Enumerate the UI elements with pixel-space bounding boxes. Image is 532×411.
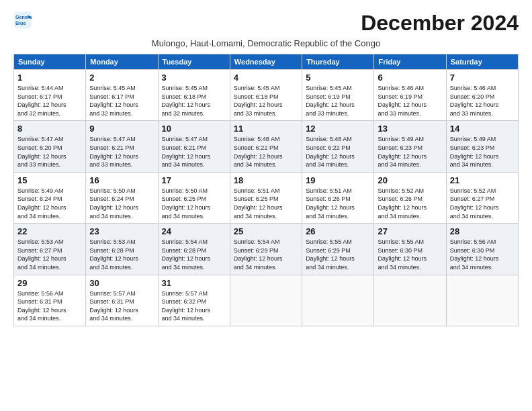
calendar-cell: 22Sunrise: 5:53 AMSunset: 6:27 PMDayligh… bbox=[14, 224, 86, 275]
calendar-cell bbox=[230, 275, 302, 326]
day-number: 12 bbox=[306, 124, 370, 134]
calendar-cell: 6Sunrise: 5:46 AMSunset: 6:19 PMDaylight… bbox=[374, 70, 446, 121]
calendar-subtitle: Mulongo, Haut-Lomami, Democratic Republi… bbox=[13, 38, 519, 48]
calendar-cell: 5Sunrise: 5:45 AMSunset: 6:19 PMDaylight… bbox=[302, 70, 374, 121]
day-info: Sunrise: 5:48 AMSunset: 6:22 PMDaylight:… bbox=[234, 135, 298, 169]
calendar-week-3: 15Sunrise: 5:49 AMSunset: 6:24 PMDayligh… bbox=[14, 172, 519, 223]
day-info: Sunrise: 5:54 AMSunset: 6:29 PMDaylight:… bbox=[234, 238, 298, 271]
day-info: Sunrise: 5:46 AMSunset: 6:20 PMDaylight:… bbox=[450, 84, 515, 118]
day-info: Sunrise: 5:45 AMSunset: 6:18 PMDaylight:… bbox=[162, 84, 226, 118]
calendar-cell: 21Sunrise: 5:52 AMSunset: 6:27 PMDayligh… bbox=[446, 172, 518, 223]
day-info: Sunrise: 5:45 AMSunset: 6:18 PMDaylight:… bbox=[234, 84, 298, 118]
col-header-sunday: Sunday bbox=[14, 54, 86, 70]
day-number: 8 bbox=[17, 124, 82, 134]
calendar-cell: 15Sunrise: 5:49 AMSunset: 6:24 PMDayligh… bbox=[14, 172, 86, 223]
calendar-cell: 17Sunrise: 5:50 AMSunset: 6:25 PMDayligh… bbox=[158, 172, 230, 223]
calendar-cell: 31Sunrise: 5:57 AMSunset: 6:32 PMDayligh… bbox=[158, 275, 230, 326]
day-info: Sunrise: 5:57 AMSunset: 6:31 PMDaylight:… bbox=[89, 289, 154, 323]
day-number: 21 bbox=[450, 175, 515, 185]
day-info: Sunrise: 5:57 AMSunset: 6:32 PMDaylight:… bbox=[162, 289, 226, 323]
calendar-cell: 8Sunrise: 5:47 AMSunset: 6:20 PMDaylight… bbox=[14, 121, 86, 172]
calendar-cell: 25Sunrise: 5:54 AMSunset: 6:29 PMDayligh… bbox=[230, 224, 302, 275]
day-number: 25 bbox=[234, 226, 298, 236]
day-info: Sunrise: 5:49 AMSunset: 6:23 PMDaylight:… bbox=[450, 135, 515, 169]
calendar-week-5: 29Sunrise: 5:56 AMSunset: 6:31 PMDayligh… bbox=[14, 275, 519, 326]
calendar-cell: 19Sunrise: 5:51 AMSunset: 6:26 PMDayligh… bbox=[302, 172, 374, 223]
page: General Blue December 2024 Mulongo, Haut… bbox=[0, 0, 532, 333]
col-header-friday: Friday bbox=[374, 54, 446, 70]
day-number: 19 bbox=[306, 175, 370, 185]
svg-rect-0 bbox=[15, 12, 32, 29]
col-header-thursday: Thursday bbox=[302, 54, 374, 70]
day-info: Sunrise: 5:46 AMSunset: 6:19 PMDaylight:… bbox=[378, 84, 442, 118]
svg-text:Blue: Blue bbox=[15, 21, 26, 26]
day-info: Sunrise: 5:52 AMSunset: 6:27 PMDaylight:… bbox=[450, 187, 515, 220]
day-number: 15 bbox=[17, 175, 82, 185]
day-number: 6 bbox=[378, 73, 442, 83]
day-info: Sunrise: 5:49 AMSunset: 6:23 PMDaylight:… bbox=[378, 135, 442, 169]
day-number: 5 bbox=[306, 73, 370, 83]
calendar-cell: 16Sunrise: 5:50 AMSunset: 6:24 PMDayligh… bbox=[86, 172, 158, 223]
col-header-saturday: Saturday bbox=[446, 54, 518, 70]
calendar-header-row: SundayMondayTuesdayWednesdayThursdayFrid… bbox=[14, 54, 519, 70]
day-number: 30 bbox=[89, 278, 154, 288]
col-header-monday: Monday bbox=[86, 54, 158, 70]
calendar-cell: 12Sunrise: 5:48 AMSunset: 6:22 PMDayligh… bbox=[302, 121, 374, 172]
day-number: 13 bbox=[378, 124, 442, 134]
day-number: 17 bbox=[162, 175, 226, 185]
day-info: Sunrise: 5:45 AMSunset: 6:19 PMDaylight:… bbox=[306, 84, 370, 118]
day-info: Sunrise: 5:48 AMSunset: 6:22 PMDaylight:… bbox=[306, 135, 370, 169]
logo: General Blue bbox=[13, 11, 32, 30]
day-number: 2 bbox=[89, 73, 154, 83]
calendar-cell bbox=[302, 275, 374, 326]
day-info: Sunrise: 5:54 AMSunset: 6:28 PMDaylight:… bbox=[162, 238, 226, 271]
calendar-cell: 2Sunrise: 5:45 AMSunset: 6:17 PMDaylight… bbox=[86, 70, 158, 121]
calendar-week-1: 1Sunrise: 5:44 AMSunset: 6:17 PMDaylight… bbox=[14, 70, 519, 121]
day-info: Sunrise: 5:49 AMSunset: 6:24 PMDaylight:… bbox=[17, 187, 82, 220]
calendar-cell: 11Sunrise: 5:48 AMSunset: 6:22 PMDayligh… bbox=[230, 121, 302, 172]
day-info: Sunrise: 5:53 AMSunset: 6:28 PMDaylight:… bbox=[89, 238, 154, 271]
day-number: 23 bbox=[89, 226, 154, 236]
day-number: 9 bbox=[89, 124, 154, 134]
day-number: 3 bbox=[162, 73, 226, 83]
col-header-wednesday: Wednesday bbox=[230, 54, 302, 70]
day-number: 20 bbox=[378, 175, 442, 185]
day-number: 28 bbox=[450, 226, 515, 236]
day-number: 27 bbox=[378, 226, 442, 236]
day-number: 16 bbox=[89, 175, 154, 185]
calendar-week-2: 8Sunrise: 5:47 AMSunset: 6:20 PMDaylight… bbox=[14, 121, 519, 172]
calendar-cell: 29Sunrise: 5:56 AMSunset: 6:31 PMDayligh… bbox=[14, 275, 86, 326]
day-info: Sunrise: 5:51 AMSunset: 6:26 PMDaylight:… bbox=[306, 187, 370, 220]
day-info: Sunrise: 5:47 AMSunset: 6:20 PMDaylight:… bbox=[17, 135, 82, 169]
calendar-table: SundayMondayTuesdayWednesdayThursdayFrid… bbox=[13, 54, 519, 326]
calendar-cell: 20Sunrise: 5:52 AMSunset: 6:26 PMDayligh… bbox=[374, 172, 446, 223]
day-number: 22 bbox=[17, 226, 82, 236]
calendar-cell: 23Sunrise: 5:53 AMSunset: 6:28 PMDayligh… bbox=[86, 224, 158, 275]
day-number: 14 bbox=[450, 124, 515, 134]
day-info: Sunrise: 5:52 AMSunset: 6:26 PMDaylight:… bbox=[378, 187, 442, 220]
day-info: Sunrise: 5:56 AMSunset: 6:31 PMDaylight:… bbox=[17, 289, 82, 323]
calendar-cell bbox=[374, 275, 446, 326]
day-number: 7 bbox=[450, 73, 515, 83]
day-info: Sunrise: 5:56 AMSunset: 6:30 PMDaylight:… bbox=[450, 238, 515, 271]
day-number: 24 bbox=[162, 226, 226, 236]
calendar-cell: 24Sunrise: 5:54 AMSunset: 6:28 PMDayligh… bbox=[158, 224, 230, 275]
day-number: 31 bbox=[162, 278, 226, 288]
day-number: 29 bbox=[17, 278, 82, 288]
calendar-cell: 14Sunrise: 5:49 AMSunset: 6:23 PMDayligh… bbox=[446, 121, 518, 172]
month-title: December 2024 bbox=[361, 11, 519, 36]
col-header-tuesday: Tuesday bbox=[158, 54, 230, 70]
calendar-cell: 10Sunrise: 5:47 AMSunset: 6:21 PMDayligh… bbox=[158, 121, 230, 172]
day-number: 1 bbox=[17, 73, 82, 83]
calendar-cell: 13Sunrise: 5:49 AMSunset: 6:23 PMDayligh… bbox=[374, 121, 446, 172]
day-info: Sunrise: 5:47 AMSunset: 6:21 PMDaylight:… bbox=[89, 135, 154, 169]
day-info: Sunrise: 5:53 AMSunset: 6:27 PMDaylight:… bbox=[17, 238, 82, 271]
day-number: 10 bbox=[162, 124, 226, 134]
calendar-cell bbox=[446, 275, 518, 326]
day-number: 11 bbox=[234, 124, 298, 134]
calendar-cell: 9Sunrise: 5:47 AMSunset: 6:21 PMDaylight… bbox=[86, 121, 158, 172]
calendar-cell: 26Sunrise: 5:55 AMSunset: 6:29 PMDayligh… bbox=[302, 224, 374, 275]
day-number: 18 bbox=[234, 175, 298, 185]
day-info: Sunrise: 5:44 AMSunset: 6:17 PMDaylight:… bbox=[17, 84, 82, 118]
day-info: Sunrise: 5:51 AMSunset: 6:25 PMDaylight:… bbox=[234, 187, 298, 220]
